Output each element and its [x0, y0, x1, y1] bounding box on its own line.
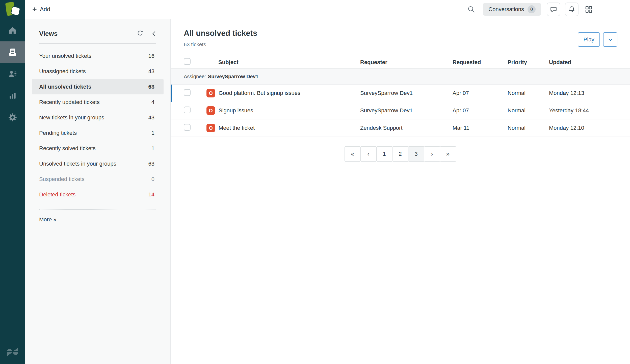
column-header-requested[interactable]: Requested — [453, 59, 508, 66]
customers-icon — [8, 69, 17, 79]
conversations-button[interactable]: Conversations 0 — [483, 3, 541, 16]
view-label: Your unsolved tickets — [39, 53, 91, 59]
ticket-requested: Apr 07 — [453, 107, 508, 114]
rail-item-views[interactable] — [0, 41, 25, 63]
column-header-subject[interactable]: Subject — [206, 59, 360, 66]
row-checkbox[interactable] — [184, 124, 191, 131]
views-list-item[interactable]: All unsolved tickets 63 — [32, 79, 164, 94]
topbar-actions: Conversations 0 — [467, 3, 593, 16]
views-list-item[interactable]: Your unsolved tickets 16 — [32, 48, 164, 64]
assignee-group-label: Assignee: — [184, 74, 206, 80]
view-label: Unassigned tickets — [39, 68, 86, 75]
rail-item-reports[interactable] — [0, 85, 25, 107]
assignee-group-row: Assignee: SurveySparrow Dev1 — [171, 69, 630, 85]
rail-item-home[interactable] — [0, 20, 25, 41]
table-row[interactable]: O Good platform. But signup issues Surve… — [171, 85, 630, 102]
views-list-item[interactable]: New tickets in your groups 43 — [32, 110, 164, 125]
assignee-group-value: SurveySparrow Dev1 — [208, 74, 258, 80]
views-list-item[interactable]: Suspended tickets 0 — [32, 171, 164, 187]
pagination-button[interactable]: 2 — [392, 146, 408, 162]
add-button-label: Add — [40, 6, 50, 13]
ticket-open-status-badge: O — [206, 106, 215, 115]
views-list: Your unsolved tickets 16 Unassigned tick… — [25, 44, 170, 202]
views-list-item[interactable]: Unassigned tickets 43 — [32, 64, 164, 79]
zendesk-app: Add Conversations 0 — [0, 0, 630, 364]
conversations-label: Conversations — [488, 6, 524, 13]
table-row[interactable]: O Meet the ticket Zendesk Support Mar 11… — [171, 119, 630, 137]
conversations-count-badge: 0 — [528, 5, 536, 13]
row-checkbox[interactable] — [184, 89, 191, 96]
view-count: 63 — [148, 161, 154, 167]
chat-icon — [550, 6, 557, 13]
views-list-item[interactable]: Deleted tickets 14 — [32, 187, 164, 202]
ticket-requester: SurveySparrow Dev1 — [360, 90, 453, 96]
apps-button[interactable] — [585, 5, 593, 13]
pagination-button[interactable]: « — [345, 146, 361, 162]
view-label: New tickets in your groups — [39, 114, 104, 121]
view-label: Pending tickets — [39, 130, 77, 136]
row-checkbox[interactable] — [184, 107, 191, 113]
brand-logo-white-shape — [11, 7, 20, 15]
view-label: Deleted tickets — [39, 191, 75, 198]
reports-icon — [8, 91, 17, 100]
column-header-requester[interactable]: Requester — [360, 59, 453, 66]
ticket-priority: Normal — [508, 125, 549, 131]
ticket-requester: SurveySparrow Dev1 — [360, 107, 453, 114]
view-count: 63 — [148, 84, 154, 90]
bell-icon — [568, 6, 575, 13]
ticket-subject[interactable]: Good platform. But signup issues — [219, 90, 300, 96]
pagination-button[interactable]: » — [440, 146, 456, 162]
rail-item-settings[interactable] — [0, 107, 25, 128]
pagination-button[interactable]: 3 — [408, 146, 424, 162]
tickets-table: Subject Requester Requested Priority Upd… — [171, 56, 630, 137]
view-label: Unsolved tickets in your groups — [39, 161, 116, 167]
column-header-updated[interactable]: Updated — [549, 59, 630, 66]
more-views-link[interactable]: More » — [39, 216, 56, 223]
zendesk-logo[interactable] — [7, 347, 19, 357]
views-list-item[interactable]: Pending tickets 1 — [32, 125, 164, 141]
pagination-button[interactable]: 1 — [376, 146, 392, 162]
ticket-updated: Monday 12:13 — [549, 90, 630, 96]
view-count: 43 — [148, 68, 154, 75]
apps-grid-icon — [585, 5, 593, 13]
table-row[interactable]: O Signup issues SurveySparrow Dev1 Apr 0… — [171, 102, 630, 119]
pagination-button[interactable]: ‹ — [360, 146, 377, 162]
navigation-rail — [0, 0, 25, 364]
rail-item-customers[interactable] — [0, 63, 25, 85]
table-rows: O Good platform. But signup issues Surve… — [171, 85, 630, 137]
play-button[interactable]: Play — [578, 32, 600, 47]
zendesk-logo-icon — [7, 347, 19, 356]
views-panel-title: Views — [39, 30, 58, 38]
table-header-row: Subject Requester Requested Priority Upd… — [171, 56, 630, 69]
refresh-icon — [136, 30, 144, 38]
pagination: «‹123›» — [171, 146, 630, 162]
views-list-item[interactable]: Recently solved tickets 1 — [32, 141, 164, 156]
select-all-checkbox[interactable] — [184, 58, 191, 65]
column-header-priority[interactable]: Priority — [508, 59, 549, 66]
ticket-subject[interactable]: Signup issues — [219, 107, 253, 114]
collapse-views-button[interactable] — [151, 31, 157, 37]
chat-button[interactable] — [547, 3, 560, 16]
main-content: All unsolved tickets 63 tickets Play Sub… — [171, 19, 630, 364]
search-button[interactable] — [467, 5, 475, 13]
views-list-item[interactable]: Recently updated tickets 4 — [32, 94, 164, 110]
pagination-button[interactable]: › — [424, 146, 440, 162]
view-count: 43 — [148, 114, 154, 121]
ticket-requester: Zendesk Support — [360, 125, 453, 131]
notifications-button[interactable] — [565, 3, 579, 16]
collapse-chevron-icon — [151, 31, 157, 37]
chevron-down-icon — [607, 36, 614, 43]
brand-logo[interactable] — [0, 0, 25, 20]
views-list-item[interactable]: Unsolved tickets in your groups 63 — [32, 156, 164, 171]
view-count: 1 — [151, 145, 154, 152]
rail-nav — [0, 20, 25, 128]
play-options-button[interactable] — [603, 32, 617, 47]
refresh-views-button[interactable] — [136, 30, 144, 38]
add-button[interactable]: Add — [32, 6, 50, 13]
views-panel: Views Your unsolved tickets 16 Unassigne… — [25, 19, 171, 364]
view-count: 16 — [148, 53, 154, 59]
ticket-subject[interactable]: Meet the ticket — [219, 125, 255, 131]
view-count: 1 — [151, 130, 154, 136]
settings-icon — [8, 113, 17, 122]
views-icon — [8, 48, 17, 57]
